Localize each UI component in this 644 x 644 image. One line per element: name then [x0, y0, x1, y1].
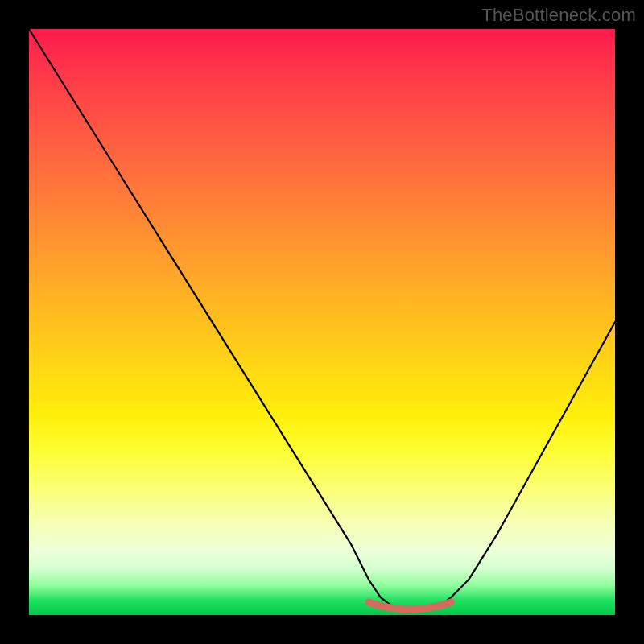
watermark-text: TheBottleneck.com — [481, 5, 636, 26]
optimal-range-marker — [369, 602, 451, 609]
chart-svg — [29, 29, 615, 615]
bottleneck-curve — [29, 29, 615, 609]
chart-frame: TheBottleneck.com — [0, 0, 644, 644]
plot-area — [29, 29, 615, 615]
